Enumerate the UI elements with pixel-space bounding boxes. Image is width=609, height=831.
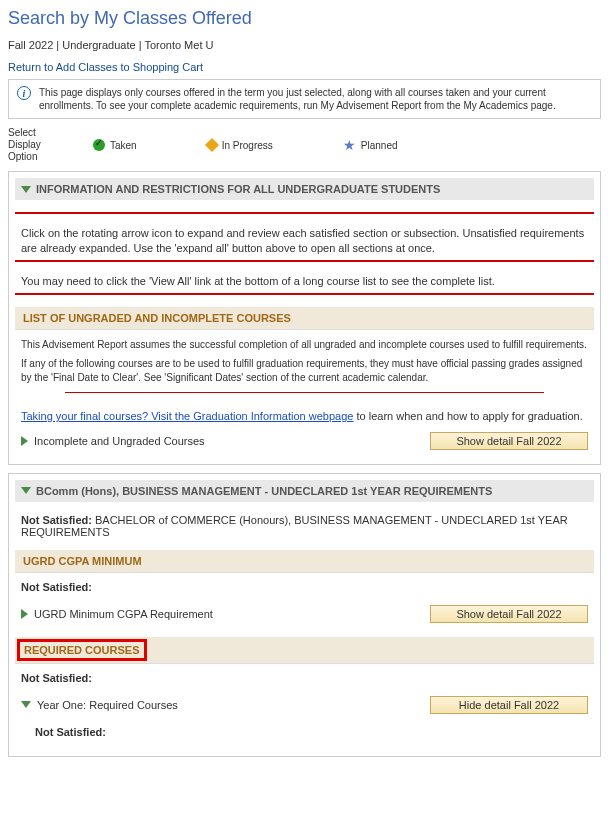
divider xyxy=(15,212,594,214)
incomplete-req-label: Incomplete and Ungraded Courses xyxy=(34,435,205,447)
page-title: Search by My Classes Offered xyxy=(8,8,601,29)
breadcrumb: Fall 2022 | Undergraduate | Toronto Met … xyxy=(8,39,601,51)
hide-detail-button[interactable]: Hide detail Fall 2022 xyxy=(430,696,588,714)
section-header-text: INFORMATION AND RESTRICTIONS FOR ALL UND… xyxy=(36,183,440,195)
not-satisfied-text: BACHELOR of COMMERCE (Honours), BUSINESS… xyxy=(21,514,568,538)
show-detail-button[interactable]: Show detail Fall 2022 xyxy=(430,605,588,623)
legend-label: Select Display Option xyxy=(8,127,63,163)
subsection-text-2: If any of the following courses are to b… xyxy=(21,357,588,384)
not-satisfied-main: Not Satisfied: BACHELOR of COMMERCE (Hon… xyxy=(21,514,588,538)
planned-icon: ★ xyxy=(343,137,356,153)
collapse-arrow-icon[interactable] xyxy=(21,487,31,494)
graduation-link[interactable]: Taking your final courses? Visit the Gra… xyxy=(21,410,353,422)
section-bcomm: BComm (Hons), BUSINESS MANAGEMENT - UNDE… xyxy=(8,473,601,757)
section-header-info: INFORMATION AND RESTRICTIONS FOR ALL UND… xyxy=(15,178,594,200)
subsection-ungraded-header: LIST OF UNGRADED AND INCOMPLETE COURSES xyxy=(15,307,594,330)
legend-taken-label: Taken xyxy=(110,140,137,151)
not-satisfied-label: Not Satisfied: xyxy=(21,514,92,526)
collapse-arrow-icon[interactable] xyxy=(21,186,31,193)
divider xyxy=(15,293,594,295)
legend-taken: Taken xyxy=(93,139,137,151)
progress-icon xyxy=(205,138,219,152)
expand-arrow-icon[interactable] xyxy=(21,436,28,446)
legend-progress-label: In Progress xyxy=(222,140,273,151)
subsection-text-1: This Advisement Report assumes the succe… xyxy=(21,338,588,352)
required-courses-highlight: REQUIRED COURSES xyxy=(15,637,594,664)
section-header-text: BComm (Hons), BUSINESS MANAGEMENT - UNDE… xyxy=(36,485,492,497)
grad-info-text: Taking your final courses? Visit the Gra… xyxy=(21,409,588,424)
instruction-text-2: You may need to click the 'View All' lin… xyxy=(21,274,588,289)
show-detail-button[interactable]: Show detail Fall 2022 xyxy=(430,432,588,450)
legend-progress: In Progress xyxy=(207,140,273,151)
info-text: This page displays only courses offered … xyxy=(39,86,592,112)
divider xyxy=(15,260,594,262)
subsection-required-header: REQUIRED COURSES xyxy=(24,644,140,656)
not-satisfied-year-one: Not Satisfied: xyxy=(35,726,588,738)
section-info-restrictions: INFORMATION AND RESTRICTIONS FOR ALL UND… xyxy=(8,171,601,465)
legend-planned: ★ Planned xyxy=(343,137,398,153)
collapse-arrow-icon[interactable] xyxy=(21,701,31,708)
section-header-bcomm: BComm (Hons), BUSINESS MANAGEMENT - UNDE… xyxy=(15,480,594,502)
not-satisfied-required: Not Satisfied: xyxy=(21,672,588,684)
return-link[interactable]: Return to Add Classes to Shopping Cart xyxy=(8,61,203,73)
taken-icon xyxy=(93,139,105,151)
info-box: i This page displays only courses offere… xyxy=(8,79,601,119)
not-satisfied-cgpa: Not Satisfied: xyxy=(21,581,588,593)
cgpa-req-label: UGRD Minimum CGPA Requirement xyxy=(34,608,213,620)
year-one-req-label: Year One: Required Courses xyxy=(37,699,178,711)
instruction-text-1: Click on the rotating arrow icon to expa… xyxy=(21,226,588,256)
subsection-cgpa-header: UGRD CGPA MINIMUM xyxy=(15,550,594,573)
legend-planned-label: Planned xyxy=(361,140,398,151)
info-icon: i xyxy=(17,86,31,100)
legend-row: Select Display Option Taken In Progress … xyxy=(8,127,601,163)
grad-tail: to learn when and how to apply for gradu… xyxy=(353,410,582,422)
expand-arrow-icon[interactable] xyxy=(21,609,28,619)
divider xyxy=(65,392,544,393)
